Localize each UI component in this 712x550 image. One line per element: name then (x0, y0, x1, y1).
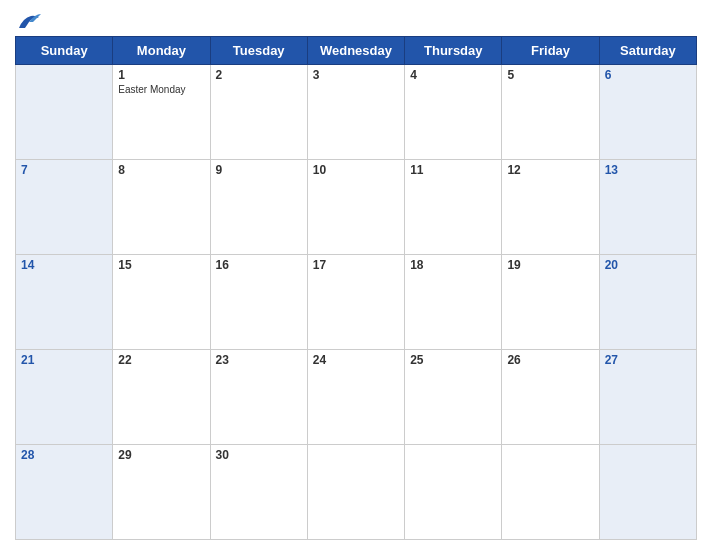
date-number: 4 (410, 68, 496, 82)
date-number: 13 (605, 163, 691, 177)
calendar-cell: 3 (307, 65, 404, 160)
date-number: 19 (507, 258, 593, 272)
calendar-table: SundayMondayTuesdayWednesdayThursdayFrid… (15, 36, 697, 540)
calendar-week-4: 21222324252627 (16, 350, 697, 445)
calendar-week-2: 78910111213 (16, 160, 697, 255)
calendar-cell: 7 (16, 160, 113, 255)
calendar-cell: 12 (502, 160, 599, 255)
calendar-week-1: 1Easter Monday23456 (16, 65, 697, 160)
calendar-cell: 23 (210, 350, 307, 445)
date-number: 30 (216, 448, 302, 462)
date-number: 12 (507, 163, 593, 177)
date-number: 16 (216, 258, 302, 272)
calendar-cell: 30 (210, 445, 307, 540)
calendar-cell: 29 (113, 445, 210, 540)
date-number: 7 (21, 163, 107, 177)
calendar-cell: 20 (599, 255, 696, 350)
calendar-cell: 27 (599, 350, 696, 445)
date-number: 15 (118, 258, 204, 272)
date-number: 23 (216, 353, 302, 367)
date-number: 2 (216, 68, 302, 82)
date-number: 21 (21, 353, 107, 367)
calendar-cell: 11 (405, 160, 502, 255)
day-header-thursday: Thursday (405, 37, 502, 65)
date-number: 8 (118, 163, 204, 177)
date-number: 24 (313, 353, 399, 367)
holiday-label: Easter Monday (118, 84, 204, 95)
calendar-cell: 25 (405, 350, 502, 445)
date-number: 10 (313, 163, 399, 177)
date-number: 6 (605, 68, 691, 82)
calendar-cell: 17 (307, 255, 404, 350)
calendar-cell: 19 (502, 255, 599, 350)
calendar-week-5: 282930 (16, 445, 697, 540)
calendar-cell (307, 445, 404, 540)
calendar-cell (16, 65, 113, 160)
calendar-cell: 4 (405, 65, 502, 160)
calendar-cell (599, 445, 696, 540)
date-number: 22 (118, 353, 204, 367)
date-number: 17 (313, 258, 399, 272)
date-number: 29 (118, 448, 204, 462)
logo-bird-icon (15, 10, 43, 32)
date-number: 26 (507, 353, 593, 367)
calendar-cell: 8 (113, 160, 210, 255)
date-number: 27 (605, 353, 691, 367)
calendar-cell (502, 445, 599, 540)
day-header-monday: Monday (113, 37, 210, 65)
calendar-cell: 18 (405, 255, 502, 350)
calendar-week-3: 14151617181920 (16, 255, 697, 350)
calendar-cell: 24 (307, 350, 404, 445)
calendar-cell: 21 (16, 350, 113, 445)
calendar-cell: 22 (113, 350, 210, 445)
date-number: 3 (313, 68, 399, 82)
logo (15, 10, 47, 32)
day-header-tuesday: Tuesday (210, 37, 307, 65)
calendar-cell: 26 (502, 350, 599, 445)
date-number: 1 (118, 68, 204, 82)
day-header-friday: Friday (502, 37, 599, 65)
calendar-cell: 6 (599, 65, 696, 160)
date-number: 25 (410, 353, 496, 367)
calendar-cell: 1Easter Monday (113, 65, 210, 160)
calendar-header (15, 10, 697, 32)
date-number: 9 (216, 163, 302, 177)
calendar-cell: 10 (307, 160, 404, 255)
calendar-cell: 9 (210, 160, 307, 255)
date-number: 20 (605, 258, 691, 272)
calendar-cell (405, 445, 502, 540)
calendar-header-row: SundayMondayTuesdayWednesdayThursdayFrid… (16, 37, 697, 65)
calendar-cell: 14 (16, 255, 113, 350)
calendar-cell: 2 (210, 65, 307, 160)
date-number: 14 (21, 258, 107, 272)
calendar-cell: 28 (16, 445, 113, 540)
date-number: 28 (21, 448, 107, 462)
date-number: 5 (507, 68, 593, 82)
date-number: 11 (410, 163, 496, 177)
calendar-cell: 13 (599, 160, 696, 255)
day-header-saturday: Saturday (599, 37, 696, 65)
calendar-cell: 5 (502, 65, 599, 160)
day-header-sunday: Sunday (16, 37, 113, 65)
calendar-cell: 15 (113, 255, 210, 350)
calendar-cell: 16 (210, 255, 307, 350)
day-header-wednesday: Wednesday (307, 37, 404, 65)
calendar-body: 1Easter Monday23456789101112131415161718… (16, 65, 697, 540)
date-number: 18 (410, 258, 496, 272)
